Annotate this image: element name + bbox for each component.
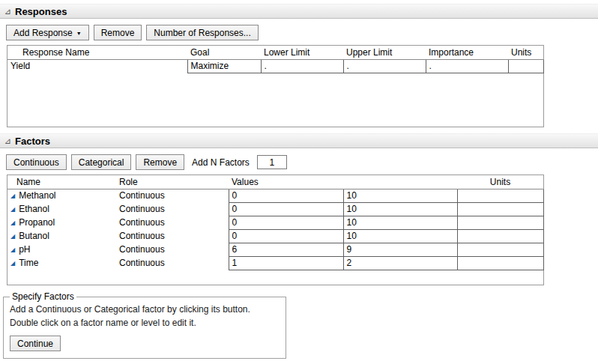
response-goal-cell[interactable]: Maximize xyxy=(187,59,261,73)
column-header-upper-limit: Upper Limit xyxy=(343,46,426,59)
categorical-button[interactable]: Categorical xyxy=(71,154,132,170)
factor-name-cell[interactable]: ◢Ethanol xyxy=(7,202,116,216)
factor-row: ◢Butanol Continuous 0 10 xyxy=(7,229,543,243)
remove-factor-button[interactable]: Remove xyxy=(136,154,184,170)
response-name-cell[interactable]: Yield xyxy=(7,59,187,73)
continuous-factor-icon: ◢ xyxy=(10,206,15,213)
factor-name-cell[interactable]: ◢pH xyxy=(7,243,116,256)
factor-name-cell[interactable]: ◢Propanol xyxy=(7,216,116,229)
factor-units-cell[interactable] xyxy=(457,229,543,243)
factor-role-cell[interactable]: Continuous xyxy=(116,216,229,229)
disclosure-triangle-icon[interactable]: ⊿ xyxy=(3,137,12,145)
remove-response-button[interactable]: Remove xyxy=(94,25,142,40)
factor-name-cell[interactable]: ◢Butanol xyxy=(7,229,116,243)
factor-row: ◢Propanol Continuous 0 10 xyxy=(7,216,543,229)
add-n-factors-label: Add N Factors xyxy=(192,157,250,168)
responses-toolbar: Add Response ▼ Remove Number of Response… xyxy=(0,19,598,45)
factors-toolbar: Continuous Categorical Remove Add N Fact… xyxy=(0,148,598,175)
factor-high-value-cell[interactable]: 10 xyxy=(343,216,457,229)
continuous-factor-icon: ◢ xyxy=(10,260,15,267)
factor-role-cell[interactable]: Continuous xyxy=(116,256,229,270)
factor-name: pH xyxy=(19,244,30,255)
factor-low-value-cell[interactable]: 0 xyxy=(229,229,343,243)
column-header-lower-limit: Lower Limit xyxy=(261,46,343,59)
continue-button[interactable]: Continue xyxy=(10,336,61,351)
continuous-button[interactable]: Continuous xyxy=(6,154,67,170)
factor-units-cell[interactable] xyxy=(457,216,543,229)
factor-high-value-cell[interactable]: 10 xyxy=(343,229,457,243)
response-upper-limit-cell[interactable]: . xyxy=(343,59,426,73)
responses-table: Response Name Goal Lower Limit Upper Lim… xyxy=(7,45,544,127)
factor-low-value-cell[interactable]: 1 xyxy=(229,256,343,270)
factor-role-cell[interactable]: Continuous xyxy=(116,202,229,216)
response-importance-cell[interactable]: . xyxy=(426,59,508,73)
factor-low-value-cell[interactable]: 0 xyxy=(229,189,343,202)
factor-high-value-cell[interactable]: 2 xyxy=(343,256,457,270)
number-of-responses-button[interactable]: Number of Responses... xyxy=(146,25,258,40)
factor-role-cell[interactable]: Continuous xyxy=(116,229,229,243)
column-header-values: Values xyxy=(229,175,343,189)
add-response-label: Add Response xyxy=(13,28,73,38)
column-header-units: Units xyxy=(508,46,543,59)
specify-factors-instruction-2: Double click on a factor name or level t… xyxy=(10,316,278,330)
factor-name: Time xyxy=(19,258,38,268)
factor-units-cell[interactable] xyxy=(457,189,543,202)
factor-high-value-cell[interactable]: 10 xyxy=(343,202,457,216)
factor-role-cell[interactable]: Continuous xyxy=(116,189,229,202)
factor-units-cell[interactable] xyxy=(457,256,543,270)
response-lower-limit-cell[interactable]: . xyxy=(261,59,343,73)
factor-units-cell[interactable] xyxy=(457,243,543,256)
column-header-name: Name xyxy=(7,175,116,189)
specify-factors-legend: Specify Factors xyxy=(10,291,76,302)
response-row: Yield Maximize . . . xyxy=(7,59,543,73)
factor-name: Butanol xyxy=(19,231,49,241)
responses-table-header: Response Name Goal Lower Limit Upper Lim… xyxy=(7,46,543,59)
column-header-response-name: Response Name xyxy=(7,46,187,59)
response-units-cell[interactable] xyxy=(508,59,543,73)
factors-table-header: Name Role Values Units xyxy=(7,175,543,189)
factor-high-value-cell[interactable]: 10 xyxy=(343,189,457,202)
factor-name-cell[interactable]: ◢Time xyxy=(7,256,116,270)
factors-header: ⊿ Factors xyxy=(0,133,598,148)
factor-row: ◢pH Continuous 6 9 xyxy=(7,243,543,256)
responses-header: ⊿ Responses xyxy=(0,4,598,19)
column-header-importance: Importance xyxy=(426,46,508,59)
factors-title: Factors xyxy=(15,136,50,147)
factors-table: Name Role Values Units ◢Methanol Continu… xyxy=(7,175,544,285)
column-header-units: Units xyxy=(457,175,543,189)
section-gap xyxy=(0,127,598,133)
factor-row: ◢Time Continuous 1 2 xyxy=(7,256,543,270)
add-n-factors-input[interactable] xyxy=(257,155,287,169)
continuous-factor-icon: ◢ xyxy=(10,219,15,226)
factor-units-cell[interactable] xyxy=(457,202,543,216)
disclosure-triangle-icon[interactable]: ⊿ xyxy=(3,7,12,16)
responses-panel: ⊿ Responses Add Response ▼ Remove Number… xyxy=(0,4,598,127)
factor-low-value-cell[interactable]: 6 xyxy=(229,243,343,256)
column-header-values-spacer xyxy=(343,175,457,189)
continuous-factor-icon: ◢ xyxy=(10,246,15,253)
continuous-factor-icon: ◢ xyxy=(10,192,15,199)
factor-high-value-cell[interactable]: 9 xyxy=(343,243,457,256)
factor-name: Methanol xyxy=(19,190,55,201)
specify-factors-groupbox: Specify Factors Add a Continuous or Cate… xyxy=(3,291,286,359)
factor-name: Ethanol xyxy=(19,204,49,214)
column-header-role: Role xyxy=(116,175,229,189)
factor-name-cell[interactable]: ◢Methanol xyxy=(7,189,116,202)
factor-row: ◢Ethanol Continuous 0 10 xyxy=(7,202,543,216)
continuous-factor-icon: ◢ xyxy=(10,233,15,240)
column-header-goal: Goal xyxy=(187,46,261,59)
factor-low-value-cell[interactable]: 0 xyxy=(229,216,343,229)
add-response-button[interactable]: Add Response ▼ xyxy=(6,25,89,40)
responses-title: Responses xyxy=(15,6,67,17)
factor-name: Propanol xyxy=(19,217,55,228)
factor-low-value-cell[interactable]: 0 xyxy=(229,202,343,216)
specify-factors-instruction-1: Add a Continuous or Categorical factor b… xyxy=(10,303,278,316)
dropdown-arrow-icon: ▼ xyxy=(76,31,82,36)
factors-panel: ⊿ Factors Continuous Categorical Remove … xyxy=(0,133,598,359)
factor-role-cell[interactable]: Continuous xyxy=(116,243,229,256)
factor-row: ◢Methanol Continuous 0 10 xyxy=(7,189,543,202)
